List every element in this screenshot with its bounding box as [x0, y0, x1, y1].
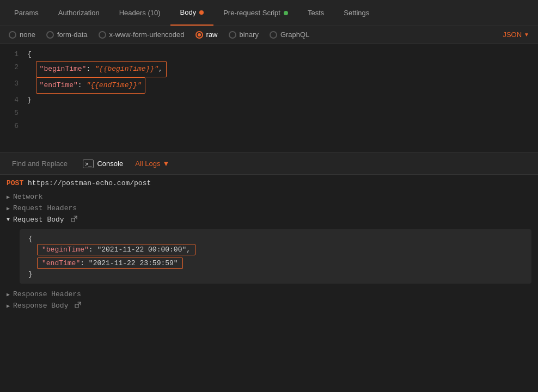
tab-settings[interactable]: Settings — [334, 0, 379, 26]
rb-end-time-row: "endTime": "2021-11-22 23:59:59" — [28, 256, 523, 270]
response-body-header[interactable]: ▶ Response Body — [7, 301, 531, 311]
chevron-down-icon: ▼ — [524, 32, 529, 38]
tab-prerequest[interactable]: Pre-request Script — [213, 0, 298, 26]
line-content-2: "beginTime": "{{beginTime}}", — [27, 61, 167, 77]
code-editor[interactable]: 1 { 2 "beginTime": "{{beginTime}}", 3 "e… — [0, 44, 538, 152]
begin-time-val: "{{beginTime}}" — [95, 65, 158, 73]
chevron-down-icon: ▼ — [162, 160, 169, 168]
line-number-4: 4 — [0, 94, 27, 107]
rb-begin-val: "2021-11-22 00:00:00" — [97, 246, 186, 254]
line-number-6: 6 — [0, 120, 27, 133]
line-content-4: } — [27, 94, 32, 107]
arrow-right-icon: ▶ — [7, 194, 10, 200]
request-headers-header[interactable]: ▶ Request Headers — [7, 203, 531, 213]
line-content-3: "endTime": "{{endTime}}" — [27, 77, 145, 94]
option-binary[interactable]: binary — [229, 30, 259, 39]
arrow-right-icon: ▶ — [7, 291, 10, 298]
rb-begin-key: "beginTime" — [42, 246, 89, 254]
response-headers-section: ▶ Response Headers — [7, 289, 531, 299]
request-url: https://postman-echo.com/post — [28, 179, 151, 187]
rb-end-key: "endTime" — [42, 259, 80, 267]
option-form-data[interactable]: form-data — [46, 30, 88, 39]
request-body-section: ▼ Request Body { "beginTime": "2021-11-2… — [7, 215, 531, 288]
code-line-2: 2 "beginTime": "{{beginTime}}", — [0, 61, 538, 77]
option-raw[interactable]: raw — [195, 30, 218, 39]
bottom-panel: Find and Replace >_ Console All Logs ▼ P… — [0, 153, 538, 385]
arrow-right-icon: ▶ — [7, 205, 10, 212]
network-section: ▶ Network — [7, 192, 531, 202]
rb-begin-time-row: "beginTime": "2021-11-22 00:00:00", — [28, 243, 523, 256]
code-lines: 1 { 2 "beginTime": "{{beginTime}}", 3 "e… — [0, 44, 538, 137]
highlight-endtime: "endTime": "{{endTime}}" — [36, 77, 145, 94]
tab-authorization[interactable]: Authorization — [48, 0, 109, 26]
request-body-display: { "beginTime": "2021-11-22 00:00:00", "e… — [20, 229, 531, 284]
http-method: POST — [7, 179, 23, 187]
option-urlencoded[interactable]: x-www-form-urlencoded — [99, 30, 185, 39]
option-none[interactable]: none — [9, 30, 35, 39]
line-number-2: 2 — [0, 61, 27, 74]
tab-params[interactable]: Params — [4, 0, 48, 26]
tab-tests[interactable]: Tests — [298, 0, 334, 26]
tab-body[interactable]: Body — [170, 0, 214, 26]
tab-bar: Params Authorization Headers (10) Body P… — [0, 0, 538, 26]
option-graphql[interactable]: GraphQL — [270, 30, 309, 39]
post-request-line: POST https://postman-echo.com/post — [7, 179, 531, 187]
end-time-val: "{{endTime}}" — [86, 81, 141, 89]
line-number-1: 1 — [0, 48, 27, 61]
tab-headers[interactable]: Headers (10) — [109, 0, 170, 26]
radio-none — [9, 31, 16, 39]
console-icon: >_ — [83, 160, 94, 168]
bottom-tab-bar: Find and Replace >_ Console All Logs ▼ — [0, 153, 538, 175]
code-line-6: 6 — [0, 120, 538, 133]
external-link-icon[interactable] — [71, 216, 77, 224]
console-content: POST https://postman-echo.com/post ▶ Net… — [0, 175, 538, 316]
request-headers-section: ▶ Request Headers — [7, 203, 531, 213]
external-link-icon[interactable] — [75, 302, 81, 310]
tab-find-replace[interactable]: Find and Replace — [7, 153, 73, 174]
code-line-4: 4 } — [0, 94, 538, 107]
radio-graphql — [270, 31, 277, 39]
code-line-1: 1 { — [0, 48, 538, 61]
highlight-begintime: "beginTime": "{{beginTime}}", — [36, 61, 167, 77]
arrow-down-icon: ▼ — [7, 217, 10, 223]
line-number-3: 3 — [0, 77, 27, 90]
code-line-3: 3 "endTime": "{{endTime}}" — [0, 77, 538, 94]
code-line-5: 5 — [0, 107, 538, 120]
all-logs-button[interactable]: All Logs ▼ — [135, 160, 169, 168]
tab-console[interactable]: >_ Console — [77, 153, 129, 174]
json-format-selector[interactable]: JSON ▼ — [503, 30, 529, 39]
radio-raw — [195, 31, 203, 39]
rb-close-brace: } — [28, 270, 523, 278]
request-body-content-wrapper: { "beginTime": "2021-11-22 00:00:00", "e… — [7, 225, 531, 288]
begin-time-key: "beginTime" — [40, 65, 87, 73]
radio-form-data — [46, 31, 54, 39]
rb-end-val: "2021-11-22 23:59:59" — [89, 259, 178, 267]
end-time-key: "endTime" — [40, 81, 78, 89]
response-headers-header[interactable]: ▶ Response Headers — [7, 289, 531, 299]
rb-end-time-highlight: "endTime": "2021-11-22 23:59:59" — [37, 258, 183, 269]
line-number-5: 5 — [0, 107, 27, 120]
request-body-header[interactable]: ▼ Request Body — [7, 215, 531, 225]
radio-binary — [229, 31, 236, 39]
network-section-header[interactable]: ▶ Network — [7, 192, 531, 202]
body-options-bar: none form-data x-www-form-urlencoded raw… — [0, 26, 538, 44]
line-content-1: { — [27, 48, 32, 61]
arrow-right-icon: ▶ — [7, 303, 10, 309]
rb-open-brace: { — [28, 235, 523, 243]
body-dot — [199, 10, 204, 15]
prerequest-dot — [284, 11, 288, 15]
rb-begin-time-highlight: "beginTime": "2021-11-22 00:00:00", — [37, 244, 195, 255]
response-body-section: ▶ Response Body — [7, 301, 531, 311]
radio-urlencoded — [99, 31, 106, 39]
